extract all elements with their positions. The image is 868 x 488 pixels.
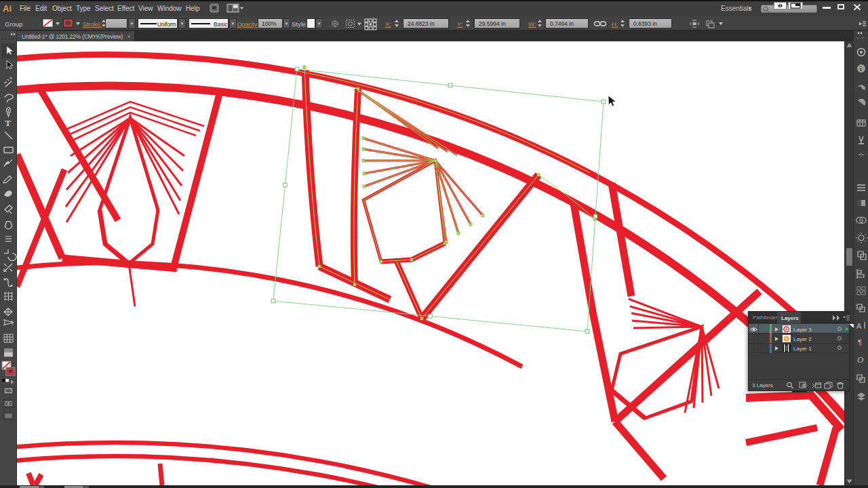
svg-text:O: O (857, 354, 864, 365)
svg-text:A: A (856, 322, 862, 330)
svg-text:T: T (5, 118, 11, 127)
svg-text:i: i (860, 66, 862, 73)
svg-text:¶: ¶ (858, 338, 862, 346)
